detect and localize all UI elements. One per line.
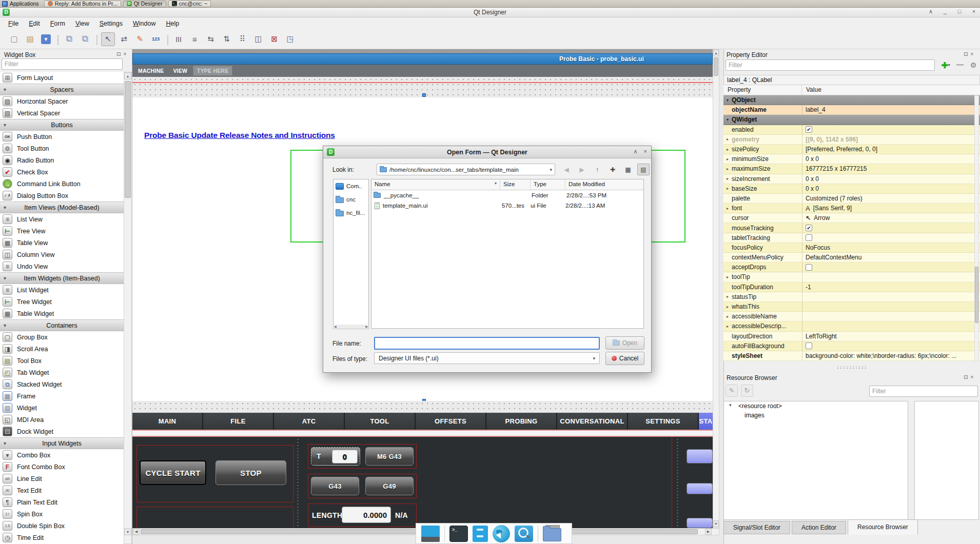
scroll-down-icon[interactable]: ▼ bbox=[124, 528, 131, 535]
widget-box-row[interactable]: Spacers bbox=[0, 84, 124, 95]
layout-form-icon[interactable]: ◫ bbox=[251, 32, 265, 46]
layout-grid-icon[interactable]: ⠿ bbox=[236, 32, 249, 46]
file-type-combobox[interactable]: Designer UI files (*.ui) ▾ bbox=[374, 352, 600, 364]
close-panel-icon[interactable]: × bbox=[970, 51, 973, 57]
sidebar-place[interactable]: nc_fil... bbox=[334, 206, 368, 219]
widget-box-row[interactable]: ab Line Edit bbox=[0, 473, 124, 485]
expand-icon[interactable] bbox=[723, 147, 732, 152]
form-tab[interactable]: OFFSETS bbox=[416, 413, 485, 430]
property-row[interactable]: cursor Arrow bbox=[723, 213, 980, 223]
property-row[interactable]: QObject bbox=[723, 95, 980, 105]
checkbox[interactable] bbox=[806, 234, 812, 241]
menu-item[interactable]: Edit bbox=[24, 18, 45, 29]
new-folder-icon[interactable]: ✚ bbox=[606, 164, 619, 175]
dock-tab[interactable]: Resource Browser bbox=[848, 519, 918, 535]
widget-box-row[interactable]: F Font Combo Box bbox=[0, 461, 124, 473]
scroll-up-icon[interactable]: ▲ bbox=[713, 50, 719, 56]
shade-icon[interactable]: ∧ bbox=[634, 148, 638, 155]
layout-vertical-splitter-icon[interactable]: ⇅ bbox=[220, 32, 233, 46]
layout-horizontal-icon[interactable]: ||| bbox=[172, 32, 186, 46]
checkbox[interactable] bbox=[806, 342, 812, 349]
property-row[interactable]: focusPolicy NoFocus bbox=[723, 243, 980, 253]
layout-horizontal-splitter-icon[interactable]: ⇆ bbox=[204, 32, 218, 46]
scroll-left-icon[interactable]: ◀ bbox=[133, 529, 140, 535]
break-layout-icon[interactable]: ⊠ bbox=[267, 32, 281, 46]
sidebar-place[interactable]: cnc bbox=[334, 193, 368, 206]
sidebar-horizontal-scrollbar[interactable]: ◀ ▶ bbox=[333, 325, 369, 329]
parent-directory-icon[interactable]: ↑ bbox=[591, 164, 603, 175]
widget-box-row[interactable]: 1↕ Spin Box bbox=[0, 508, 124, 520]
widget-box-row[interactable]: ⊡ Dock Widget bbox=[0, 426, 124, 437]
property-row[interactable]: baseSize 0 x 0 bbox=[723, 184, 980, 194]
expand-icon[interactable] bbox=[723, 157, 732, 162]
shade-icon[interactable]: ∧ bbox=[928, 8, 934, 15]
property-row[interactable]: whatsThis bbox=[723, 302, 980, 312]
expand-icon[interactable] bbox=[723, 305, 732, 309]
widget-box-row[interactable]: ▦ Table Widget bbox=[0, 308, 124, 319]
widget-box-row[interactable]: ≡ List Widget bbox=[0, 284, 124, 296]
property-row[interactable]: acceptDrops bbox=[723, 263, 980, 272]
reload-resources-icon[interactable]: ↻ bbox=[741, 385, 753, 397]
form-menu-item[interactable]: VIEW bbox=[169, 66, 191, 75]
checkbox[interactable] bbox=[806, 264, 812, 271]
edit-tab-order-icon[interactable]: 123 bbox=[149, 32, 163, 46]
widget-box-row[interactable]: ✔ Check Box bbox=[0, 166, 124, 178]
widget-box-row[interactable]: ▾ Combo Box bbox=[0, 449, 124, 461]
widget-box-row[interactable]: ⧉ Stacked Widget bbox=[0, 378, 124, 390]
column-header-size[interactable]: Size bbox=[500, 179, 531, 190]
widget-box-row[interactable]: ✓✗ Dialog Button Box bbox=[0, 190, 124, 202]
property-filter-input[interactable] bbox=[726, 59, 935, 71]
menu-item[interactable]: Help bbox=[161, 18, 184, 29]
scroll-down-icon[interactable]: ▼ bbox=[713, 520, 719, 527]
property-row[interactable]: contextMenuPolicy DefaultContextMenu bbox=[723, 253, 980, 263]
menu-item[interactable]: File bbox=[3, 18, 24, 29]
release-notes-link[interactable]: Probe Basic Update Release Notes and Ins… bbox=[144, 131, 335, 140]
window-cascade-icon[interactable]: ⧉ bbox=[62, 32, 76, 46]
expand-icon[interactable] bbox=[723, 314, 732, 319]
form-tab[interactable]: CONVERSATIONAL bbox=[557, 413, 627, 430]
configure-property-editor-icon[interactable]: ⚙ bbox=[968, 59, 979, 71]
dock-tab[interactable]: Action Editor bbox=[792, 521, 846, 534]
float-panel-icon[interactable]: ⊡ bbox=[964, 51, 968, 57]
edit-resources-icon[interactable]: ✎ bbox=[726, 385, 738, 397]
menu-item[interactable]: Settings bbox=[94, 18, 128, 29]
edit-buddies-icon[interactable]: ✎ bbox=[133, 32, 147, 46]
panel-splitter[interactable] bbox=[295, 437, 299, 528]
side-button-2[interactable] bbox=[687, 483, 713, 494]
menu-item[interactable]: View bbox=[70, 18, 94, 29]
dialog-titlebar[interactable]: D Open Form — Qt Designer ∧ × bbox=[323, 146, 651, 158]
widget-box-scroll-thumb[interactable] bbox=[125, 81, 131, 198]
form-tab[interactable]: ATC bbox=[274, 413, 344, 430]
widget-box-row[interactable]: Containers bbox=[0, 319, 124, 331]
form-menu-item[interactable]: TYPE HERE bbox=[193, 66, 232, 76]
property-row[interactable]: tabletTracking bbox=[723, 233, 980, 243]
widget-box-row[interactable]: ⊢ Tree View bbox=[0, 225, 124, 237]
widget-box-row[interactable]: ▨ Widget bbox=[0, 402, 124, 414]
scroll-right-icon[interactable]: ▶ bbox=[705, 529, 712, 535]
look-in-combobox[interactable]: /home/cnc/linuxcnc/con...ser_tabs/templa… bbox=[377, 164, 555, 175]
maximize-icon[interactable]: □ bbox=[956, 8, 963, 15]
taskbar-window-button[interactable]: Reply: Add Buttons in Pr... bbox=[44, 1, 121, 7]
add-dynamic-property-icon[interactable]: ✚ bbox=[939, 59, 952, 71]
widget-box-row[interactable]: ≡ Undo View bbox=[0, 260, 124, 272]
g43-button[interactable]: G43 bbox=[311, 477, 359, 495]
widget-box-row[interactable]: ◫ Column View bbox=[0, 249, 124, 260]
side-button-3[interactable] bbox=[687, 518, 713, 528]
value-column-header[interactable]: Value bbox=[802, 85, 980, 95]
column-header-modified[interactable]: Date Modified bbox=[565, 179, 643, 190]
widget-box-row[interactable]: → Command Link Button bbox=[0, 178, 124, 190]
forward-icon[interactable]: ▶ bbox=[576, 164, 588, 175]
g49-button[interactable]: G49 bbox=[365, 477, 414, 495]
list-view-mode-icon[interactable]: ▦ bbox=[622, 164, 634, 175]
property-row[interactable]: toolTip bbox=[723, 272, 980, 282]
resource-filter-input[interactable] bbox=[869, 386, 978, 397]
property-row[interactable]: layoutDirection LeftToRight bbox=[723, 332, 980, 341]
search-icon[interactable] bbox=[515, 526, 533, 542]
property-row[interactable]: objectName label_4 bbox=[723, 105, 980, 115]
tool-number-field[interactable]: T 0 bbox=[311, 447, 360, 466]
expand-icon[interactable] bbox=[723, 137, 732, 142]
window-tile-icon[interactable]: ⧉ bbox=[78, 32, 92, 46]
expand-icon[interactable] bbox=[723, 167, 732, 171]
property-row[interactable]: toolTipDuration -1 bbox=[723, 283, 980, 292]
tool-number-value[interactable]: 0 bbox=[332, 450, 358, 464]
